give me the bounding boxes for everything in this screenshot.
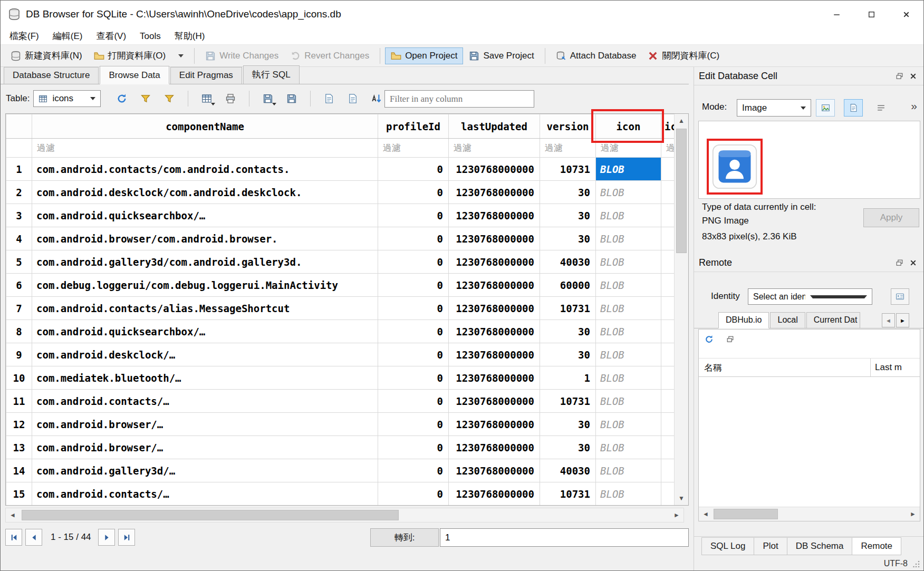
open-database-dropdown[interactable]	[172, 51, 189, 61]
cell-version[interactable]: 1	[540, 366, 596, 390]
corner-header[interactable]	[6, 114, 32, 139]
cell-version[interactable]: 30	[540, 227, 596, 250]
cell-lastupdated[interactable]: 1230768000000	[449, 413, 540, 436]
remote-horizontal-scrollbar[interactable]: ◄ ►	[699, 507, 920, 521]
cell-version[interactable]: 60000	[540, 274, 596, 297]
cell-overflow[interactable]	[661, 366, 675, 390]
cell-lastupdated[interactable]: 1230768000000	[449, 390, 540, 413]
row-number[interactable]: 1	[6, 158, 32, 181]
cell-componentname[interactable]: com.android.browser/…	[32, 436, 378, 459]
image-mode-button[interactable]	[816, 99, 835, 117]
cell-componentname[interactable]: com.mediatek.bluetooth/…	[32, 366, 378, 390]
cell-componentname[interactable]: com.android.gallery3d/com.android.galler…	[32, 250, 378, 274]
cell-componentname[interactable]: com.android.quicksearchbox/…	[32, 204, 378, 227]
column-header-version[interactable]: version	[540, 114, 596, 139]
minimize-button[interactable]	[819, 1, 854, 28]
cell-overflow[interactable]	[661, 250, 675, 274]
attach-database-button[interactable]: Attach Database	[550, 47, 642, 64]
cell-componentname[interactable]: com.android.contacts/alias.MessageShortc…	[32, 297, 378, 320]
table-row[interactable]: 12com.android.browser/…0123076800000030B…	[6, 413, 675, 436]
table-row[interactable]: 11com.android.contacts/…0123076800000010…	[6, 390, 675, 413]
cell-overflow[interactable]	[661, 181, 675, 204]
tab-scroll-left-button[interactable]: ◄	[882, 313, 895, 327]
resize-grip[interactable]	[913, 560, 920, 567]
cell-overflow[interactable]	[661, 459, 675, 482]
remote-scrollbar-thumb[interactable]	[714, 509, 778, 519]
cell-lastupdated[interactable]: 1230768000000	[449, 459, 540, 482]
cell-lastupdated[interactable]: 1230768000000	[449, 297, 540, 320]
remote-tab-dbhub[interactable]: DBHub.io	[718, 312, 769, 328]
remote-clone-button[interactable]	[723, 332, 737, 346]
cell-icon-blob[interactable]: BLOB	[596, 413, 661, 436]
cell-componentname[interactable]: com.android.contacts/…	[32, 482, 378, 506]
mode-select[interactable]: Image	[737, 99, 811, 117]
cell-icon-blob[interactable]: BLOB	[596, 297, 661, 320]
menu-help[interactable]: 幫助(H)	[168, 28, 212, 44]
scroll-right-arrow[interactable]: ►	[670, 508, 684, 522]
row-number[interactable]: 4	[6, 227, 32, 250]
cell-lastupdated[interactable]: 1230768000000	[449, 274, 540, 297]
write-changes-button[interactable]: Write Changes	[199, 47, 284, 64]
row-number[interactable]: 13	[6, 436, 32, 459]
float-panel-button[interactable]	[892, 256, 906, 269]
row-number[interactable]: 7	[6, 297, 32, 320]
cell-lastupdated[interactable]: 1230768000000	[449, 343, 540, 366]
scroll-down-arrow[interactable]: ▼	[675, 491, 688, 505]
cell-profileid[interactable]: 0	[378, 204, 449, 227]
cell-overflow[interactable]	[661, 390, 675, 413]
row-number[interactable]: 9	[6, 343, 32, 366]
identity-settings-button[interactable]	[891, 288, 909, 305]
scroll-up-arrow[interactable]: ▲	[675, 114, 688, 128]
import-data-button[interactable]	[282, 90, 302, 108]
global-filter-input[interactable]	[384, 90, 534, 108]
table-row[interactable]: 13com.android.browser/…0123076800000030B…	[6, 436, 675, 459]
cell-lastupdated[interactable]: 1230768000000	[449, 181, 540, 204]
cell-overflow[interactable]	[661, 436, 675, 459]
cell-profileid[interactable]: 0	[378, 459, 449, 482]
table-row[interactable]: 15com.android.contacts/…0123076800000010…	[6, 482, 675, 506]
cell-lastupdated[interactable]: 1230768000000	[449, 366, 540, 390]
row-number[interactable]: 11	[6, 390, 32, 413]
remote-lastmodified-column-header[interactable]: Last m	[871, 359, 920, 376]
column-header-profileid[interactable]: profileId	[378, 114, 449, 139]
table-row[interactable]: 1com.android.contacts/com.android.contac…	[6, 158, 675, 181]
remote-list-body[interactable]	[699, 377, 920, 506]
table-row[interactable]: 8com.android.quicksearchbox/…01230768000…	[6, 320, 675, 343]
cell-version[interactable]: 40030	[540, 250, 596, 274]
dock-tab-sql-log[interactable]: SQL Log	[701, 537, 754, 555]
table-row[interactable]: 14com.android.gallery3d/…012307680000004…	[6, 459, 675, 482]
cell-lastupdated[interactable]: 1230768000000	[449, 482, 540, 506]
cell-componentname[interactable]: com.android.deskclock/…	[32, 343, 378, 366]
table-select[interactable]: icons	[33, 90, 101, 107]
cell-componentname[interactable]: com.android.browser/…	[32, 413, 378, 436]
toolbar-overflow-chevron[interactable]: »	[911, 100, 917, 112]
clear-filters-button[interactable]	[136, 90, 156, 108]
scroll-left-arrow[interactable]: ◄	[699, 507, 713, 521]
cell-overflow[interactable]	[661, 158, 675, 181]
cell-version[interactable]: 30	[540, 204, 596, 227]
row-number[interactable]: 10	[6, 366, 32, 390]
close-database-button[interactable]: 關閉資料庫(C)	[642, 46, 725, 65]
cell-profileid[interactable]: 0	[378, 343, 449, 366]
vertical-scrollbar[interactable]: ▲ ▼	[674, 114, 688, 505]
next-record-button[interactable]	[98, 529, 115, 546]
cell-overflow[interactable]	[661, 413, 675, 436]
column-header-lastupdated[interactable]: lastUpdated	[449, 114, 540, 139]
cell-version[interactable]: 30	[540, 343, 596, 366]
cell-profileid[interactable]: 0	[378, 413, 449, 436]
cell-overflow[interactable]	[661, 482, 675, 506]
dock-tab-db-schema[interactable]: DB Schema	[787, 537, 853, 555]
cell-overflow[interactable]	[661, 343, 675, 366]
cell-icon-blob[interactable]: BLOB	[596, 227, 661, 250]
cell-lastupdated[interactable]: 1230768000000	[449, 320, 540, 343]
remote-tab-current-database[interactable]: Current Dat	[806, 312, 860, 328]
cell-componentname[interactable]: com.android.quicksearchbox/…	[32, 320, 378, 343]
cell-icon-blob[interactable]: BLOB	[596, 366, 661, 390]
save-filter-button[interactable]	[159, 90, 179, 108]
cell-overflow[interactable]	[661, 320, 675, 343]
refresh-table-button[interactable]	[112, 90, 132, 108]
maximize-button[interactable]	[854, 1, 889, 28]
tab-scroll-right-button[interactable]: ►	[896, 313, 909, 327]
cell-version[interactable]: 10731	[540, 390, 596, 413]
row-number[interactable]: 6	[6, 274, 32, 297]
